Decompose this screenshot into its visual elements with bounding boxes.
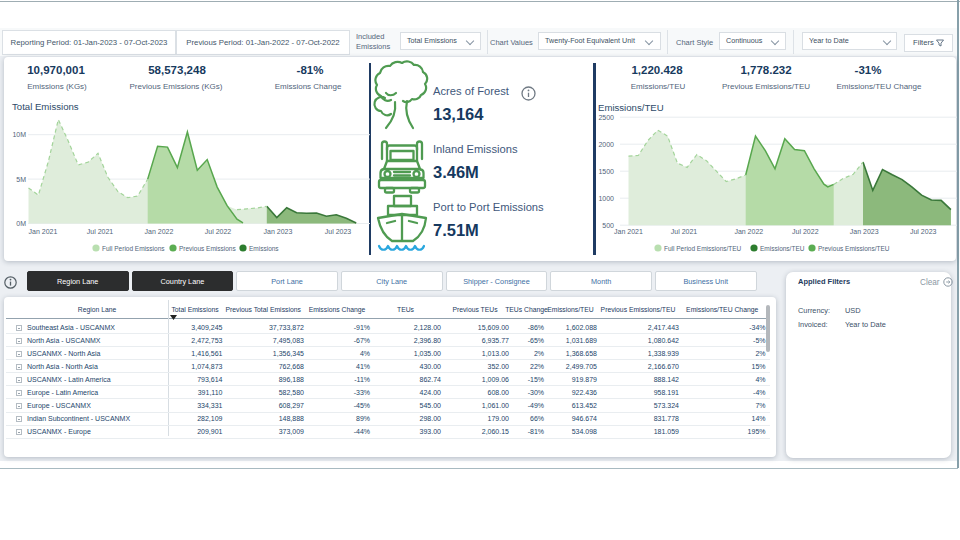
svg-text:Jul 2022: Jul 2022	[205, 228, 232, 235]
svg-text:0M: 0M	[16, 220, 26, 227]
svg-text:2000: 2000	[598, 141, 614, 148]
svg-text:Full Period Emissions: Full Period Emissions	[102, 245, 165, 252]
svg-text:500: 500	[602, 222, 614, 229]
svg-text:Previous Emissions/TEU: Previous Emissions/TEU	[818, 245, 890, 252]
svg-text:Jul 2021: Jul 2021	[671, 228, 698, 235]
svg-text:5M: 5M	[16, 176, 26, 183]
svg-text:Jan 2021: Jan 2021	[29, 228, 58, 235]
svg-text:Jan 2023: Jan 2023	[264, 228, 293, 235]
svg-text:2500: 2500	[598, 114, 614, 121]
svg-text:Jan 2021: Jan 2021	[614, 228, 643, 235]
svg-text:Jul 2022: Jul 2022	[792, 228, 819, 235]
svg-text:Jan 2023: Jan 2023	[850, 228, 879, 235]
svg-text:Jul 2021: Jul 2021	[87, 228, 114, 235]
svg-text:Jan 2022: Jan 2022	[145, 228, 174, 235]
svg-text:Jul 2023: Jul 2023	[910, 228, 937, 235]
svg-text:10M: 10M	[12, 131, 26, 138]
svg-text:Full Period Emissions/TEU: Full Period Emissions/TEU	[664, 245, 742, 252]
svg-text:Emissions/TEU: Emissions/TEU	[760, 245, 805, 252]
svg-text:1000: 1000	[598, 195, 614, 202]
svg-text:Emissions: Emissions	[249, 245, 279, 252]
svg-text:Previous Emissions: Previous Emissions	[179, 245, 236, 252]
svg-text:1500: 1500	[598, 168, 614, 175]
svg-text:Jul 2023: Jul 2023	[325, 228, 352, 235]
svg-text:Jan 2022: Jan 2022	[734, 228, 763, 235]
